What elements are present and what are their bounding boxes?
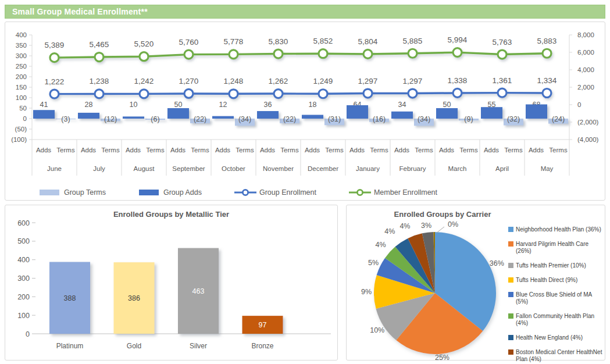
group-adds-bar[interactable]: [33, 110, 55, 119]
month-label: April: [495, 165, 509, 172]
enrollment-point[interactable]: [543, 49, 551, 58]
legend-item[interactable]: Group Adds: [138, 188, 202, 197]
terms-data-label: (22): [194, 115, 206, 123]
enrollment-point[interactable]: [319, 49, 327, 58]
tier-category-label: Silver: [190, 342, 207, 350]
tier-axis-tick: 100: [17, 312, 30, 320]
adds-data-label: 10: [130, 101, 138, 109]
enrollment-point[interactable]: [498, 50, 506, 59]
group-adds-bar[interactable]: [167, 108, 189, 119]
pie-legend-item[interactable]: Fallon Community Health Plan (4%): [508, 313, 602, 327]
month-label: January: [356, 165, 380, 172]
terms-data-label: (16): [373, 115, 386, 123]
legend-swatch: [508, 263, 513, 268]
enrollment-point[interactable]: [50, 90, 59, 98]
pie-percent-label: 10%: [370, 326, 384, 334]
month-label: July: [93, 165, 105, 172]
terms-data-label: (6): [151, 115, 159, 123]
legend-swatch-line: [349, 188, 371, 197]
axis-sub-label: Terms: [191, 147, 209, 154]
group-adds-bar[interactable]: [78, 113, 99, 119]
line-data-label: 1,249: [313, 77, 333, 85]
dashboard-title: Small Group Medical Enrollment**: [12, 7, 148, 16]
enrollment-point[interactable]: [408, 89, 417, 98]
enrollment-point[interactable]: [363, 49, 372, 58]
pie-legend-item[interactable]: Neighborhood Health Plan (36%): [508, 226, 602, 233]
group-adds-bar[interactable]: [257, 111, 279, 119]
enrollment-point[interactable]: [140, 52, 148, 61]
legend-swatch: [508, 292, 513, 297]
enrollment-point[interactable]: [363, 89, 372, 98]
group-adds-bar[interactable]: [436, 108, 458, 119]
enrollment-point[interactable]: [408, 49, 417, 58]
line-data-label: 1,338: [448, 76, 468, 85]
left-axis-tick: (50): [15, 126, 27, 133]
carrier-pie: 36%25%10%9%5%4%4%4%3%0%: [347, 219, 507, 362]
pie-legend-item[interactable]: Tufts Health Premier (10%): [508, 262, 602, 269]
legend-item[interactable]: Group Enrollment: [234, 188, 316, 197]
tier-category-label: Platinum: [56, 342, 84, 350]
enrollment-point[interactable]: [140, 90, 148, 98]
tier-chart-title: Enrolled Groups by Metallic Tier: [5, 205, 337, 220]
enrollment-point[interactable]: [453, 88, 462, 97]
line-data-label: 5,852: [313, 37, 333, 45]
pie-legend-item[interactable]: Blue Cross Blue Shield of MA (5%): [508, 291, 602, 305]
dashboard: Small Group Medical Enrollment** (3)(12)…: [0, 0, 610, 364]
group-adds-bar[interactable]: [123, 116, 144, 119]
axis-sub-label: Terms: [325, 147, 344, 154]
terms-data-label: (12): [104, 115, 117, 123]
enrollment-point[interactable]: [95, 90, 104, 98]
enrollment-point[interactable]: [184, 50, 193, 59]
metallic-tier-chart-panel[interactable]: Enrolled Groups by Metallic Tier 6005004…: [5, 205, 338, 361]
line-data-label: 1,270: [179, 77, 199, 85]
enrollment-point[interactable]: [274, 49, 283, 58]
group-adds-bar[interactable]: [526, 105, 547, 119]
group-enrollment-line[interactable]: [55, 93, 547, 94]
group-adds-bar[interactable]: [391, 112, 413, 119]
pie-legend-item[interactable]: Health New England (4%): [508, 334, 602, 341]
pie-legend-label: Harvard Pilgrim Health Care (26%): [516, 241, 602, 255]
pie-legend-label: Fallon Community Health Plan (4%): [516, 313, 602, 327]
axis-sub-label: Terms: [236, 147, 254, 154]
enrollment-point[interactable]: [319, 90, 327, 98]
legend-swatch: [508, 313, 513, 319]
month-label: February: [399, 165, 426, 172]
pie-legend-item[interactable]: Harvard Pilgrim Health Care (26%): [508, 241, 602, 255]
tier-data-label: 463: [192, 287, 205, 295]
pie-percent-label: 5%: [368, 259, 379, 267]
group-adds-bar[interactable]: [481, 107, 502, 119]
pie-percent-label: 36%: [490, 259, 504, 267]
legend-item[interactable]: Group Terms: [39, 188, 106, 197]
carrier-pie-chart-panel[interactable]: Enrolled Groups by Carrier 36%25%10%9%5%…: [346, 205, 605, 361]
tier-axis-tick: 400: [17, 256, 30, 264]
enrollment-point[interactable]: [50, 53, 59, 62]
enrollment-point[interactable]: [498, 88, 506, 97]
enrollment-point[interactable]: [184, 89, 193, 98]
terms-data-label: (22): [283, 115, 296, 123]
enrollment-combo-chart-panel[interactable]: (3)(12)(6)(22)(34)(22)(31)(16)(34)(9)(32…: [5, 22, 605, 201]
enrollment-point[interactable]: [543, 88, 551, 97]
enrollment-point[interactable]: [229, 90, 238, 98]
legend-swatch-bar: [138, 188, 160, 197]
axis-sub-label: Adds: [260, 147, 275, 154]
legend-label: Group Enrollment: [259, 188, 316, 197]
pie-legend-item[interactable]: Tufts Health Direct (9%): [508, 277, 602, 284]
enrollment-point[interactable]: [229, 50, 238, 59]
pie-legend-label: Health New England (4%): [516, 334, 583, 341]
group-adds-bar[interactable]: [302, 115, 323, 119]
axis-sub-label: Terms: [370, 147, 388, 154]
line-data-label: 1,222: [45, 77, 65, 86]
line-data-label: 5,883: [537, 37, 557, 45]
member-enrollment-line[interactable]: [55, 52, 547, 58]
enrollment-point[interactable]: [453, 48, 462, 57]
line-data-label: 5,760: [179, 38, 199, 47]
legend-swatch: [508, 241, 513, 247]
enrollment-point[interactable]: [95, 53, 104, 62]
group-adds-bar[interactable]: [347, 105, 368, 119]
legend-item[interactable]: Member Enrollment: [349, 188, 437, 197]
enrollment-point[interactable]: [274, 90, 283, 98]
pie-legend-item[interactable]: Boston Medical Center HealthNet Plan (4%…: [508, 349, 602, 363]
pie-percent-label: 9%: [361, 288, 372, 296]
adds-data-label: 41: [40, 101, 48, 109]
group-adds-bar[interactable]: [212, 116, 234, 119]
